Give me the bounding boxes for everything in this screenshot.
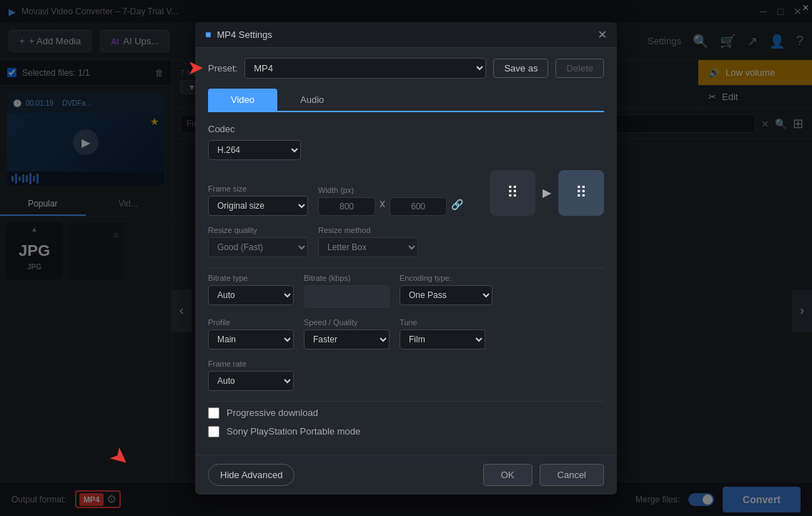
tab-audio[interactable]: Audio [277,89,347,111]
resize-method-label: Resize method [318,226,418,234]
mp4-settings-modal: ■ MP4 Settings ✕ Preset: MP4 Save as Del… [195,22,617,495]
frame-rate-select[interactable]: Auto [208,371,294,391]
speed-quality-field: Speed / Quality Faster [304,318,390,349]
resize-quality-select: Good (Fast) [208,237,308,257]
preview-before: ⠿ [490,170,535,216]
bitrate-type-field: Bitrate type Auto [208,274,294,305]
modal-title: ■ MP4 Settings [205,29,272,40]
encoding-type-field: Encoding type: One Pass [400,274,492,305]
tab-video[interactable]: Video [208,89,277,111]
save-as-button[interactable]: Save as [493,59,548,78]
hide-advanced-button[interactable]: Hide Advanced [208,464,294,486]
frame-size-select[interactable]: Original size [208,196,308,216]
speed-quality-select[interactable]: Faster [304,329,390,349]
ok-button[interactable]: OK [483,464,533,486]
codec-field: H.264 [208,140,301,160]
profile-row: Profile Main Speed / Quality Faster Tune [208,318,604,349]
width-input[interactable] [318,197,375,216]
progressive-download-row: Progressive download [208,407,604,419]
ps-portable-label[interactable]: Sony PlayStation Portable mode [227,426,360,437]
preview-area: ⠿ ▶ ⠿ [490,170,604,216]
resize-method-field: Resize method Letter Box [318,226,418,257]
encoding-type-label: Encoding type: [400,274,492,282]
codec-row: H.264 [208,140,604,160]
bitrate-field: Bitrate (kbps) [304,274,390,308]
modal-body: Preset: MP4 Save as Delete Video Audio C… [195,48,617,455]
preset-label: Preset: [208,63,237,74]
ps-portable-checkbox[interactable] [208,426,219,437]
modal-footer: Hide Advanced OK Cancel [195,455,617,495]
profile-label: Profile [208,318,294,327]
x-separator: x [380,197,385,210]
preset-row: Preset: MP4 Save as Delete [208,58,604,79]
size-row: x 🔗 [318,197,463,216]
resize-quality-label: Resize quality [208,226,308,234]
codec-select[interactable]: H.264 [208,140,301,160]
modal-titlebar: ■ MP4 Settings ✕ [195,22,617,48]
tune-field: Tune Film [400,318,485,349]
profile-select[interactable]: Main [208,329,294,349]
progressive-download-label[interactable]: Progressive download [227,407,318,418]
encoding-type-select[interactable]: One Pass [400,285,492,305]
preset-select[interactable]: MP4 [244,58,486,79]
modal-close-button[interactable]: ✕ [598,28,607,41]
dice-before-icon: ⠿ [507,184,518,202]
bitrate-type-select[interactable]: Auto [208,285,294,305]
dice-after-icon: ⠿ [575,184,587,202]
codec-label: Codec [208,124,604,134]
frame-rate-label: Frame rate [208,359,294,368]
preview-arrow-icon: ▶ [543,186,551,199]
resize-quality-field: Resize quality Good (Fast) [208,226,308,257]
resize-method-select: Letter Box [318,237,418,257]
modal-overlay: ■ MP4 Settings ✕ Preset: MP4 Save as Del… [0,0,812,516]
height-input[interactable] [390,197,447,216]
frame-size-label: Frame size [208,184,308,193]
delete-button[interactable]: Delete [555,59,604,78]
cancel-button[interactable]: Cancel [540,464,604,486]
preview-after: ⠿ [558,170,604,216]
progressive-download-checkbox[interactable] [208,407,219,419]
width-field: Width (px) x 🔗 [318,186,463,216]
frame-size-row: Frame size Original size Width (px) x 🔗 [208,170,604,216]
link-aspect-icon[interactable]: 🔗 [451,199,463,210]
bitrate-slider[interactable] [304,285,390,308]
width-label: Width (px) [318,186,463,194]
bitrate-label: Bitrate (kbps) [304,274,390,282]
profile-field: Profile Main [208,318,294,349]
speed-quality-label: Speed / Quality [304,318,390,327]
ps-portable-row: Sony PlayStation Portable mode [208,426,604,437]
tune-label: Tune [400,318,485,327]
frame-size-field: Frame size Original size [208,184,308,216]
divider-2 [208,401,604,402]
modal-tabs: Video Audio [208,89,604,112]
tune-select[interactable]: Film [400,329,485,349]
resize-row: Resize quality Good (Fast) Resize method… [208,226,604,257]
frame-rate-field: Frame rate Auto [208,359,294,391]
divider [208,267,604,268]
modal-title-icon: ■ [205,29,211,40]
frame-rate-row: Frame rate Auto [208,359,604,391]
modal-title-text: MP4 Settings [217,29,272,40]
bitrate-type-label: Bitrate type [208,274,294,282]
bitrate-row: Bitrate type Auto Bitrate (kbps) Encodin… [208,274,604,308]
